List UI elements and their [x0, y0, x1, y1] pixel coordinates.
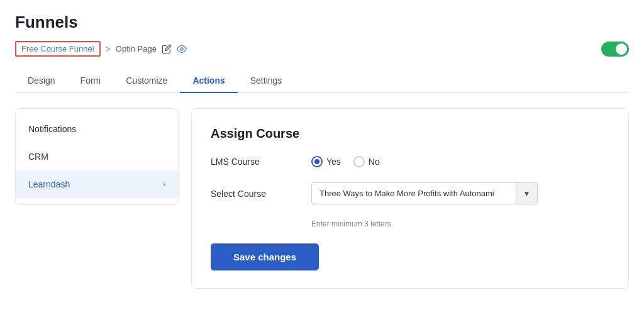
sidebar-item-crm-label: CRM — [28, 152, 48, 162]
tab-settings[interactable]: Settings — [238, 69, 295, 93]
lms-no-label: No — [369, 157, 380, 167]
lms-yes-radio[interactable] — [311, 156, 323, 167]
sidebar-item-notifications[interactable]: Notifications — [16, 115, 178, 143]
lms-yes-label: Yes — [326, 157, 341, 167]
select-course-label: Select Course — [211, 189, 311, 199]
lms-no-radio[interactable] — [353, 156, 365, 167]
breadcrumb-separator: > — [106, 44, 111, 54]
page-toggle[interactable] — [601, 42, 629, 57]
hint-text: Enter minimum 3 letters. — [311, 220, 609, 228]
select-course-dropdown[interactable]: Three Ways to Make More Profits with Aut… — [311, 182, 538, 204]
tab-design[interactable]: Design — [15, 69, 68, 93]
dropdown-arrow-icon[interactable]: ▼ — [516, 183, 537, 204]
select-course-value: Three Ways to Make More Profits with Aut… — [312, 183, 516, 204]
lms-course-row: LMS Course Yes No — [211, 156, 609, 167]
sidebar-item-notifications-label: Notifications — [28, 124, 76, 134]
lms-course-radio-group: Yes No — [311, 156, 380, 167]
save-button[interactable]: Save changes — [211, 243, 319, 270]
section-title: Assign Course — [211, 126, 609, 141]
sidebar-panel: Notifications CRM Learndash › — [15, 108, 179, 205]
content-area: Notifications CRM Learndash › Assign Cou… — [15, 108, 629, 289]
tab-form[interactable]: Form — [68, 69, 114, 93]
preview-button[interactable] — [177, 44, 187, 54]
lms-yes-option[interactable]: Yes — [311, 156, 341, 167]
tab-actions[interactable]: Actions — [180, 69, 237, 93]
pencil-icon — [162, 44, 172, 54]
breadcrumb: Free Course Funnel > Optin Page — [15, 41, 629, 57]
chevron-right-icon: › — [163, 180, 165, 189]
sidebar-item-crm[interactable]: CRM — [16, 143, 178, 170]
main-panel: Assign Course LMS Course Yes No Sel — [191, 108, 629, 289]
breadcrumb-link[interactable]: Free Course Funnel — [15, 41, 101, 57]
sidebar-item-learndash-label: Learndash — [28, 179, 70, 189]
edit-button[interactable] — [162, 44, 172, 54]
svg-point-0 — [180, 48, 183, 50]
sidebar-item-learndash[interactable]: Learndash › — [16, 170, 178, 198]
lms-no-option[interactable]: No — [353, 156, 380, 167]
tab-customize[interactable]: Customize — [113, 69, 180, 93]
lms-course-label: LMS Course — [211, 157, 311, 167]
tabs-bar: Design Form Customize Actions Settings — [15, 69, 629, 93]
page-title: Funnels — [15, 13, 629, 32]
eye-icon — [177, 44, 187, 54]
breadcrumb-current-page: Optin Page — [116, 44, 157, 53]
select-course-row: Select Course Three Ways to Make More Pr… — [211, 182, 609, 204]
